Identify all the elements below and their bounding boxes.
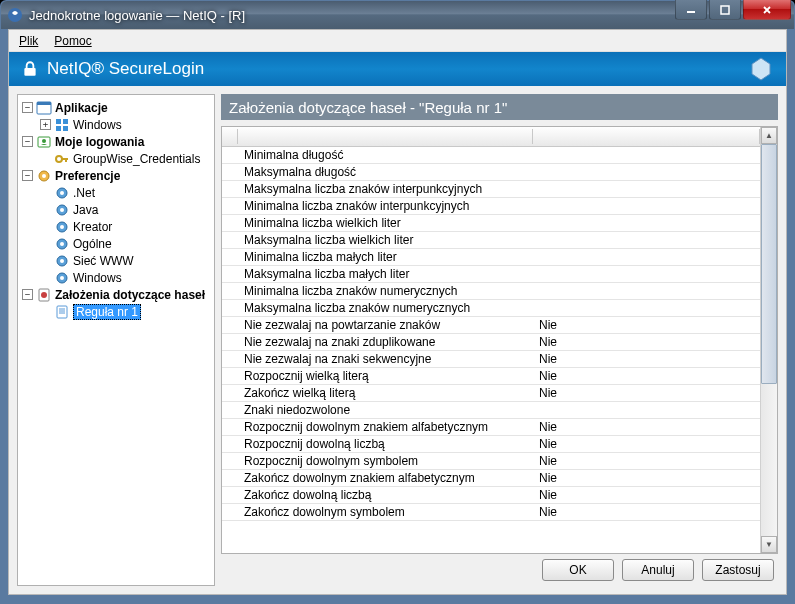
expand-toggle[interactable]: − [22,102,33,113]
table-row[interactable]: Minimalna liczba małych liter [222,249,760,266]
svg-rect-7 [63,119,68,124]
policy-value[interactable]: Nie [533,505,760,519]
table-row[interactable]: Rozpocznij wielką literąNie [222,368,760,385]
minimize-button[interactable] [675,0,707,20]
policy-value[interactable]: Nie [533,318,760,332]
app-window: Jednokrotne logowanie — NetIQ - [R] Plik… [0,0,795,604]
table-row[interactable]: Nie zezwalaj na znaki sekwencyjneNie [222,351,760,368]
svg-rect-9 [63,126,68,131]
table-row[interactable]: Nie zezwalaj na powtarzanie znakówNie [222,317,760,334]
svg-point-16 [60,191,64,195]
policy-value[interactable]: Nie [533,420,760,434]
tree-node-policies[interactable]: −Założenia dotyczące haseł [20,286,212,303]
tree-item[interactable]: +Windows [38,116,212,133]
svg-point-28 [41,292,47,298]
table-row[interactable]: Minimalna liczba wielkich liter [222,215,760,232]
vertical-scrollbar[interactable]: ▲ ▼ [760,127,777,553]
policy-value[interactable]: Nie [533,454,760,468]
tree-item[interactable]: .Net [38,184,212,201]
apply-button[interactable]: Zastosuj [702,559,774,581]
policy-name: Maksymalna długość [238,165,533,179]
policy-name: Rozpocznij dowolnym znakiem alfabetyczny… [238,420,533,434]
scroll-up-button[interactable]: ▲ [761,127,777,144]
cancel-button[interactable]: Anuluj [622,559,694,581]
table-row[interactable]: Zakończ wielką literąNie [222,385,760,402]
tree-item[interactable]: Kreator [38,218,212,235]
menubar: Plik Pomoc [9,30,786,52]
policy-name: Zakończ wielką literą [238,386,533,400]
maximize-button[interactable] [709,0,741,20]
table-row[interactable]: Rozpocznij dowolnym symbolemNie [222,453,760,470]
policy-value[interactable]: Nie [533,488,760,502]
policy-name: Maksymalna liczba wielkich liter [238,233,533,247]
menu-help[interactable]: Pomoc [48,32,97,50]
tree-label: Sieć WWW [73,254,134,268]
tree-item[interactable]: Ogólne [38,235,212,252]
policy-value[interactable]: Nie [533,386,760,400]
brand-bar: NetIQ® SecureLogin [9,52,786,86]
tree-label: Założenia dotyczące haseł [55,288,205,302]
table-row[interactable]: Minimalna liczba znaków interpunkcyjnych [222,198,760,215]
tree-item[interactable]: Java [38,201,212,218]
tree-item[interactable]: GroupWise_Credentials [38,150,212,167]
policy-value[interactable]: Nie [533,352,760,366]
table-row[interactable]: Maksymalna liczba małych liter [222,266,760,283]
table-row[interactable]: Zakończ dowolnym symbolemNie [222,504,760,521]
tree-node-mylogins[interactable]: −Moje logowania [20,133,212,150]
brand-logo-icon [748,56,774,82]
policy-value[interactable]: Nie [533,369,760,383]
policy-name: Rozpocznij dowolną liczbą [238,437,533,451]
policy-value[interactable]: Nie [533,437,760,451]
table-row[interactable]: Minimalna liczba znaków numerycznych [222,283,760,300]
tree-label: Windows [73,118,122,132]
policy-name: Zakończ dowolnym symbolem [238,505,533,519]
table-row[interactable]: Zakończ dowolnym znakiem alfabetycznymNi… [222,470,760,487]
gear-blue-icon [54,202,70,218]
table-header[interactable] [222,127,760,147]
svg-rect-8 [56,126,61,131]
policy-name: Minimalna liczba wielkich liter [238,216,533,230]
policy-icon [36,287,52,303]
expand-toggle[interactable]: − [22,170,33,181]
tree-item[interactable]: Sieć WWW [38,252,212,269]
table-row[interactable]: Minimalna długość [222,147,760,164]
table-row[interactable]: Maksymalna liczba znaków numerycznych [222,300,760,317]
svg-point-24 [60,259,64,263]
table-row[interactable]: Rozpocznij dowolnym znakiem alfabetyczny… [222,419,760,436]
menu-file[interactable]: Plik [13,32,44,50]
app-icon [7,7,23,23]
table-row[interactable]: Rozpocznij dowolną liczbąNie [222,436,760,453]
policy-name: Nie zezwalaj na znaki sekwencyjne [238,352,533,366]
policy-name: Rozpocznij wielką literą [238,369,533,383]
policy-value[interactable]: Nie [533,335,760,349]
close-button[interactable] [743,0,791,20]
policy-name: Minimalna liczba małych liter [238,250,533,264]
gear-blue-icon [54,270,70,286]
tree-item[interactable]: Reguła nr 1 [38,303,212,320]
table-row[interactable]: Znaki niedozwolone [222,402,760,419]
table-row[interactable]: Maksymalna liczba wielkich liter [222,232,760,249]
tree-node-preferences[interactable]: −Preferencje [20,167,212,184]
tree-label: .Net [73,186,95,200]
table-row[interactable]: Zakończ dowolną liczbąNie [222,487,760,504]
expand-toggle[interactable]: − [22,136,33,147]
svg-rect-3 [24,68,35,76]
nav-tree[interactable]: −Aplikacje+Windows−Moje logowaniaGroupWi… [17,94,215,586]
scroll-thumb[interactable] [761,144,777,384]
policy-value[interactable]: Nie [533,471,760,485]
titlebar[interactable]: Jednokrotne logowanie — NetIQ - [R] [1,1,794,29]
policy-name: Minimalna liczba znaków interpunkcyjnych [238,199,533,213]
policy-name: Zakończ dowolnym znakiem alfabetycznym [238,471,533,485]
tree-node-applications[interactable]: −Aplikacje [20,99,212,116]
tree-item[interactable]: Windows [38,269,212,286]
tree-label: GroupWise_Credentials [73,152,200,166]
policy-table: Minimalna długośćMaksymalna długośćMaksy… [221,126,778,554]
table-row[interactable]: Nie zezwalaj na znaki zduplikowaneNie [222,334,760,351]
svg-point-20 [60,225,64,229]
expand-toggle[interactable]: − [22,289,33,300]
table-row[interactable]: Maksymalna liczba znaków interpunkcyjnyc… [222,181,760,198]
scroll-down-button[interactable]: ▼ [761,536,777,553]
ok-button[interactable]: OK [542,559,614,581]
lock-icon [21,60,39,78]
table-row[interactable]: Maksymalna długość [222,164,760,181]
